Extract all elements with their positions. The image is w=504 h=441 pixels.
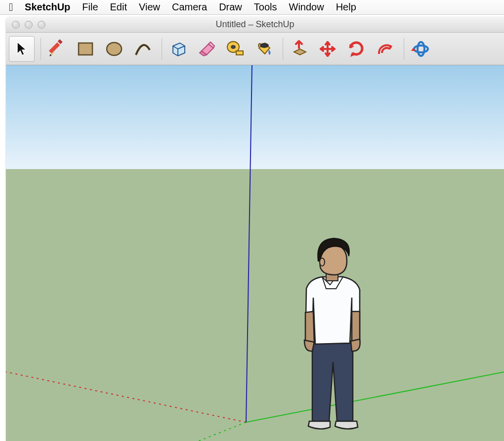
rectangle-tool[interactable] — [73, 36, 98, 62]
edit-menu[interactable]: Edit — [110, 1, 127, 13]
minimize-window-button[interactable] — [25, 21, 33, 29]
svg-rect-8 — [236, 51, 243, 55]
toolbar-separator — [162, 38, 162, 60]
viewport[interactable] — [6, 65, 504, 441]
file-menu[interactable]: File — [82, 1, 98, 13]
svg-point-5 — [107, 43, 122, 55]
push-pull-icon — [289, 39, 309, 59]
tape-measure-tool[interactable] — [222, 36, 248, 62]
svg-point-11 — [418, 42, 424, 56]
traffic-lights — [6, 21, 45, 29]
svg-rect-3 — [58, 39, 63, 44]
arc-tool[interactable] — [130, 36, 156, 62]
svg-point-10 — [414, 45, 428, 52]
scene-canvas — [6, 65, 504, 441]
window-menu[interactable]: Window — [289, 1, 324, 13]
rectangle-icon — [76, 39, 95, 59]
line-tool[interactable] — [44, 36, 70, 62]
mac-menubar:  SketchUp File Edit View Camera Draw To… — [0, 0, 504, 15]
component-icon — [168, 39, 188, 59]
orbit-icon — [410, 39, 430, 59]
titlebar[interactable]: Untitled – SketchUp — [6, 17, 504, 33]
move-icon — [318, 39, 337, 59]
app-window: Untitled – SketchUp — [6, 17, 504, 441]
circle-tool[interactable] — [101, 36, 127, 62]
toolbar-separator — [404, 38, 404, 60]
app-menu[interactable]: SketchUp — [25, 1, 70, 13]
push-pull-tool[interactable] — [286, 36, 312, 62]
svg-rect-2 — [49, 42, 60, 53]
window-title: Untitled – SketchUp — [6, 19, 504, 30]
zoom-window-button[interactable] — [38, 21, 45, 29]
select-tool[interactable] — [9, 36, 35, 62]
arc-icon — [133, 39, 153, 59]
help-menu[interactable]: Help — [336, 1, 356, 13]
tape-measure-icon — [225, 39, 245, 59]
eraser-icon — [197, 39, 216, 59]
draw-menu[interactable]: Draw — [219, 1, 242, 13]
cursor-icon — [13, 41, 30, 57]
paint-bucket-icon — [254, 39, 274, 59]
offset-icon — [375, 39, 395, 59]
orbit-tool[interactable] — [407, 36, 433, 62]
make-component-tool[interactable] — [165, 36, 191, 62]
offset-tool[interactable] — [372, 36, 398, 62]
move-tool[interactable] — [315, 36, 340, 62]
view-menu[interactable]: View — [139, 1, 160, 13]
close-window-button[interactable] — [12, 21, 20, 29]
circle-icon — [104, 39, 124, 59]
svg-point-13 — [320, 258, 325, 266]
svg-point-9 — [260, 43, 269, 48]
rotate-icon — [346, 39, 366, 59]
tools-menu[interactable]: Tools — [254, 1, 277, 13]
ground — [6, 169, 504, 441]
apple-menu-icon[interactable]:  — [9, 2, 13, 13]
pencil-icon — [47, 39, 67, 59]
svg-point-7 — [231, 45, 236, 49]
toolbar-separator — [283, 38, 283, 60]
svg-rect-4 — [79, 43, 92, 55]
camera-menu[interactable]: Camera — [172, 1, 207, 13]
eraser-tool[interactable] — [194, 36, 219, 62]
sky — [6, 65, 504, 169]
paint-bucket-tool[interactable] — [251, 36, 277, 62]
toolbar — [6, 33, 504, 65]
toolbar-separator — [41, 38, 41, 60]
rotate-tool[interactable] — [343, 36, 369, 62]
